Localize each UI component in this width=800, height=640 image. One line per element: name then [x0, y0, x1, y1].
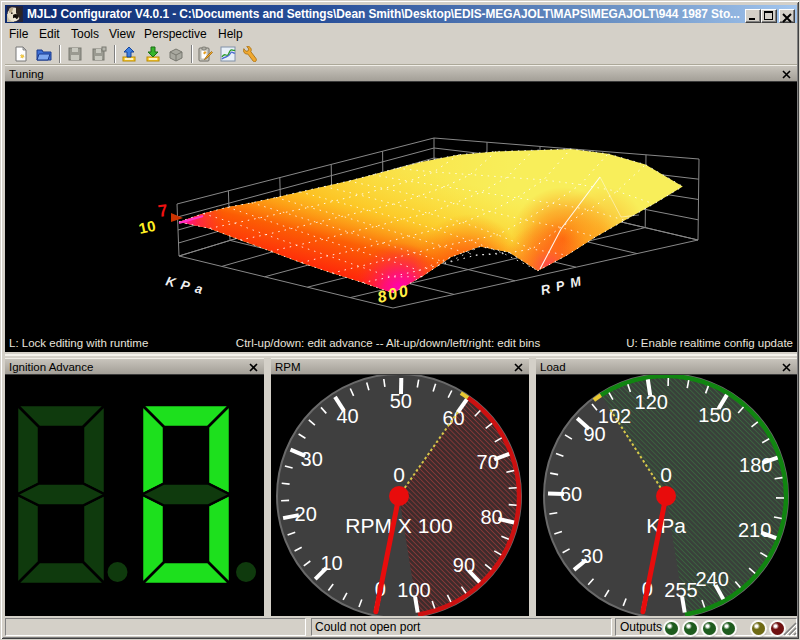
svg-text:10: 10	[137, 217, 157, 237]
svg-text:40: 40	[336, 405, 358, 427]
svg-text:20: 20	[295, 503, 317, 525]
svg-text:50: 50	[390, 390, 412, 412]
svg-text:30: 30	[301, 448, 323, 470]
svg-text:30: 30	[581, 545, 603, 567]
svg-text:60: 60	[560, 483, 582, 505]
svg-text:180: 180	[739, 454, 772, 476]
svg-text:150: 150	[698, 404, 731, 426]
svg-text:90: 90	[453, 554, 475, 576]
svg-text:0: 0	[660, 463, 672, 486]
svg-text:80: 80	[480, 506, 502, 528]
svg-text:KPa: KPa	[646, 514, 686, 537]
svg-text:100: 100	[397, 579, 430, 601]
svg-text:0: 0	[393, 463, 405, 486]
svg-text:120: 120	[635, 391, 668, 413]
svg-text:102: 102	[598, 405, 631, 427]
svg-text:RPM: RPM	[539, 272, 588, 298]
svg-text:7: 7	[157, 201, 169, 221]
svg-text:10: 10	[320, 552, 342, 574]
svg-text:255: 255	[664, 579, 697, 601]
svg-text:210: 210	[738, 519, 771, 541]
svg-text:240: 240	[696, 568, 729, 590]
svg-text:RPM X 100: RPM X 100	[345, 514, 452, 537]
svg-text:KPa: KPa	[164, 273, 210, 298]
svg-text:70: 70	[477, 451, 499, 473]
